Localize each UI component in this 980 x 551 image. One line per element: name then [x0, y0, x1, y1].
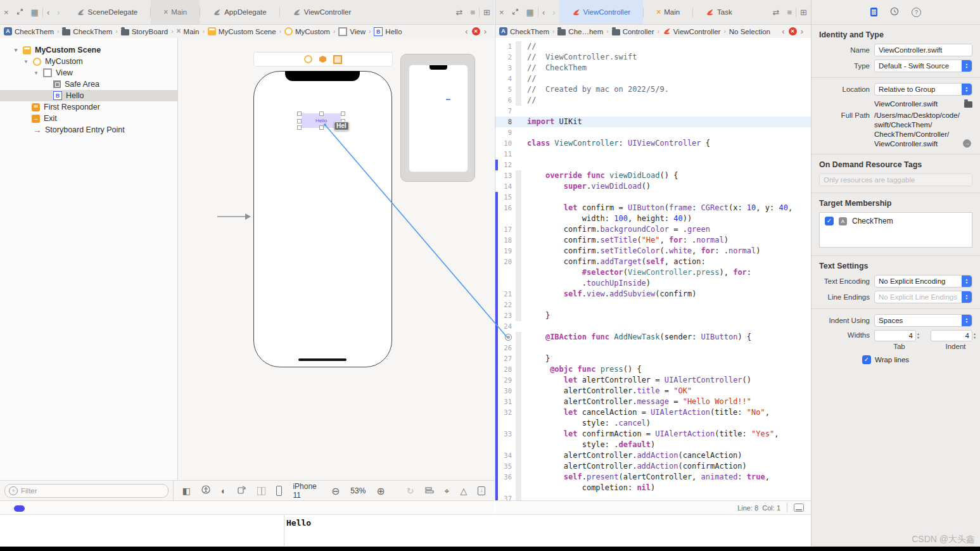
- name-field[interactable]: ViewController.swift: [874, 44, 972, 56]
- storyboard-canvas[interactable]: Hello Hel: [178, 38, 494, 480]
- choose-folder-icon[interactable]: [964, 101, 972, 108]
- zoom-out-icon[interactable]: ⊖: [331, 485, 340, 497]
- tab-SceneDelegate[interactable]: SceneDelegate: [64, 0, 151, 24]
- breadcrumb-CheckThem[interactable]: ACheckThem: [4, 27, 54, 35]
- add-editor-icon[interactable]: ⊞: [796, 8, 811, 17]
- indent-width-stepper[interactable]: ▴▾: [974, 331, 980, 341]
- outline-item-Storyboard Entry Point[interactable]: →Storyboard Entry Point: [0, 124, 177, 136]
- breadcrumb-Main[interactable]: ×Main: [177, 27, 200, 35]
- code-line-wrap[interactable]: completion: nil): [495, 483, 811, 493]
- tab-Task[interactable]: Task: [693, 0, 745, 24]
- outline-item-MyCustom Scene[interactable]: ▾MyCustom Scene: [0, 44, 177, 56]
- add-editor-icon[interactable]: ⊞: [480, 8, 494, 17]
- error-badge[interactable]: ✕: [789, 27, 797, 35]
- editor-mode-icon[interactable]: [794, 504, 804, 512]
- zoom-level[interactable]: 53%: [350, 486, 366, 495]
- breadcrumb-ViewController[interactable]: ViewController: [663, 27, 721, 35]
- back-icon[interactable]: ‹: [43, 8, 53, 17]
- tab-width-field[interactable]: 4: [874, 330, 916, 341]
- indent-width-field[interactable]: 4: [931, 330, 972, 341]
- code-line-8[interactable]: 8import UIKit: [495, 117, 811, 127]
- breadcrumb-MyCustom[interactable]: MyCustom: [284, 27, 330, 35]
- breadcrumb-StoryBoard[interactable]: StoryBoard: [121, 28, 169, 35]
- code-line-wrap[interactable]: style: .default): [495, 440, 811, 450]
- chevron-down-icon[interactable]: ▾: [13, 47, 19, 53]
- close-editor-icon[interactable]: ×: [495, 8, 508, 17]
- chevron-down-icon[interactable]: ▾: [33, 70, 39, 76]
- tab-Main[interactable]: ×Main: [151, 0, 200, 24]
- add-constraints-icon[interactable]: ⌖: [445, 486, 450, 497]
- exit-dock-icon[interactable]: [333, 55, 342, 64]
- code-line-1[interactable]: 1//: [495, 41, 811, 52]
- target-checkbox[interactable]: ✓: [825, 217, 834, 225]
- code-line-34[interactable]: 34 alertController.addAction(cancelActio…: [495, 450, 811, 461]
- code-line-35[interactable]: 35 alertController.addAction(confirmActi…: [495, 461, 811, 472]
- outline-item-Hello[interactable]: BHello: [0, 90, 177, 101]
- breadcrumb-No Selection[interactable]: No Selection: [729, 28, 770, 35]
- code-line-19[interactable]: 19 confirm.setTitleColor(.white, for: .n…: [495, 246, 811, 256]
- wrap-lines-checkbox[interactable]: ✓: [862, 355, 871, 364]
- code-line-28[interactable]: 28 @objc func press() {: [495, 364, 811, 375]
- device-icon[interactable]: [276, 486, 282, 496]
- expand-editor-icon[interactable]: [13, 8, 27, 17]
- code-line-wrap[interactable]: width: 100, height: 40)): [495, 213, 811, 224]
- tab-width-stepper[interactable]: ▴▾: [917, 331, 924, 341]
- code-editor[interactable]: 1//2// ViewController.swift3// CheckThem…: [495, 38, 811, 500]
- code-line-5[interactable]: 5// Created by mac on 2022/5/9.: [495, 84, 811, 95]
- filter-input[interactable]: ≡ Filter: [4, 484, 169, 498]
- chevron-down-icon[interactable]: ▾: [23, 58, 29, 65]
- file-inspector-icon[interactable]: [870, 8, 877, 16]
- text-encoding-dropdown[interactable]: No Explicit Encoding ▴▾: [874, 275, 972, 288]
- code-line-31[interactable]: 31 alertController.message = "Hello Worl…: [495, 396, 811, 407]
- forward-icon[interactable]: ›: [549, 8, 559, 17]
- code-line-17[interactable]: 17 confirm.backgroundColor = .green: [495, 224, 811, 235]
- split-preview-icon[interactable]: [257, 487, 265, 495]
- outline-item-Safe Area[interactable]: Safe Area: [0, 79, 177, 90]
- code-line-18[interactable]: 18 confirm.setTitle("He", for: .normal): [495, 235, 811, 246]
- breakpoint-pill[interactable]: [14, 505, 25, 512]
- history-inspector-icon[interactable]: [890, 7, 899, 17]
- prev-issue-icon[interactable]: ‹: [461, 27, 471, 36]
- code-line-26[interactable]: 26: [495, 343, 811, 353]
- zoom-in-icon[interactable]: ⊕: [376, 485, 385, 497]
- code-line-wrap[interactable]: style: .cancel): [495, 418, 811, 429]
- outline-item-Exit[interactable]: →Exit: [0, 113, 177, 124]
- type-dropdown[interactable]: Default - Swift Source ▴▾: [874, 60, 972, 72]
- code-line-32[interactable]: 32 let cancelAction = UIAlertAction(titl…: [495, 407, 811, 418]
- breadcrumb-View[interactable]: View: [338, 27, 366, 36]
- code-line-25[interactable]: @IBAction func AddNewTask(sender: UIButt…: [495, 332, 811, 343]
- indent-using-dropdown[interactable]: Spaces ▴▾: [874, 314, 972, 327]
- code-line-10[interactable]: 10class ViewController: UIViewController…: [495, 138, 811, 149]
- back-icon[interactable]: ‹: [538, 8, 549, 17]
- code-line-27[interactable]: 27 }: [495, 353, 811, 364]
- code-line-29[interactable]: 29 let alertController = UIAlertControll…: [495, 375, 811, 386]
- code-line-20[interactable]: 20 confirm.addTarget(self, action:: [495, 256, 811, 267]
- update-frames-icon[interactable]: ↻: [407, 486, 414, 496]
- breadcrumb-Che…hem[interactable]: Che…hem: [557, 28, 603, 35]
- code-line-21[interactable]: 21 self.view.addSubview(confirm): [495, 289, 811, 300]
- resolve-issues-icon[interactable]: △: [460, 486, 467, 496]
- expand-editor-icon[interactable]: [508, 8, 523, 17]
- code-line-11[interactable]: 11: [495, 149, 811, 160]
- code-review-icon[interactable]: ⇄: [769, 8, 784, 17]
- location-dropdown[interactable]: Relative to Group ▴▾: [874, 83, 972, 96]
- code-line-2[interactable]: 2// ViewController.swift: [495, 52, 811, 63]
- line-endings-dropdown[interactable]: No Explicit Line Endings ▴▾: [874, 291, 972, 303]
- odr-tags-input[interactable]: Only resources are taggable: [819, 174, 972, 186]
- breadcrumb-Controller[interactable]: Controller: [612, 28, 654, 35]
- editor-layout-icon[interactable]: ▦: [523, 8, 538, 17]
- first-responder-dock-icon[interactable]: [319, 56, 326, 63]
- device-preview-thumbnail[interactable]: [400, 54, 475, 182]
- iphone-canvas-device[interactable]: Hello Hel: [253, 71, 392, 367]
- tab-ViewController[interactable]: ViewController: [559, 0, 644, 24]
- breadcrumb-Hello[interactable]: BHello: [374, 27, 402, 36]
- device-label[interactable]: iPhone 11: [293, 482, 321, 500]
- embed-icon[interactable]: ↓: [478, 486, 485, 495]
- code-line-30[interactable]: 30 alertController.title = "OK": [495, 386, 811, 396]
- align-icon[interactable]: [425, 485, 434, 497]
- code-line-wrap[interactable]: .touchUpInside): [495, 278, 811, 289]
- code-line-23[interactable]: 23 }: [495, 310, 811, 321]
- debug-console[interactable]: Hello: [0, 514, 811, 547]
- breadcrumb-CheckThem[interactable]: ACheckThem: [499, 27, 549, 35]
- editor-layout-icon[interactable]: ▦: [27, 8, 42, 17]
